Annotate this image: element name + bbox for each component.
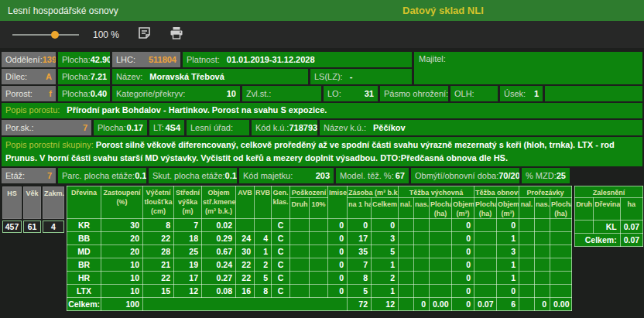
- table-row[interactable]: MD2028250.67301C035503: [67, 245, 572, 258]
- total-zasoba-celkem: 12: [372, 298, 399, 311]
- table-cell: [414, 232, 430, 245]
- col-header-ha: ha: [620, 198, 642, 221]
- form-row-popis-skupiny: Popis porostní skupiny: Porost silně věk…: [2, 137, 642, 166]
- table-cell: 20: [101, 245, 143, 258]
- table-cell: C: [272, 258, 290, 272]
- col-header-nas-pror: nas.: [535, 198, 550, 219]
- field-label: Obmýtí/obnovní doba:: [415, 171, 498, 180]
- field-zvlst: Zvl.st.:: [242, 86, 321, 101]
- field-lslz: LS(LZ): -: [310, 69, 412, 84]
- datastore-title: Datový sklad NLI: [402, 5, 484, 16]
- field-porsk: Por.sk.: 7: [2, 120, 91, 135]
- table-cell: 22: [143, 232, 174, 245]
- col-header-gen-klas: Gen.klas.: [272, 186, 290, 219]
- species-table-total: Celkem: 100 72 12 0 0.00 0 0.07 6 0 0.00: [67, 298, 572, 311]
- total-zastoupeni: 100: [101, 298, 143, 311]
- table-cell: 0: [348, 219, 372, 232]
- table-row[interactable]: KL0.07: [575, 221, 643, 234]
- form-row-porost: Porost: f Plocha: 0.40 Kategorie/překryv…: [2, 86, 642, 101]
- form-row-porsk: Por.sk.: 7 Plocha: 0.17 LT: 4S4 Lesní úř…: [2, 120, 642, 135]
- table-cell: 4: [43, 221, 64, 233]
- field-label: Skut. plocha etáže:: [152, 171, 225, 180]
- table-cell: 12: [174, 285, 202, 298]
- table-cell: 0: [328, 258, 348, 272]
- table-row[interactable]: HR1022170.27225C08201: [67, 272, 572, 285]
- table-cell: [535, 285, 550, 298]
- field-nazev: Název: Moravská Třebová: [112, 69, 308, 84]
- table-cell: C: [272, 272, 290, 285]
- table-cell: 0: [452, 245, 474, 258]
- print-button[interactable]: [170, 26, 183, 43]
- table-cell: 18: [174, 232, 202, 245]
- table-cell: 16: [236, 285, 255, 298]
- table-cell: 0.67: [202, 245, 236, 258]
- field-obmyti: Obmýtí/obnovní doba: 70/20: [411, 168, 519, 183]
- col-header-zakm: Zakm.: [43, 186, 64, 219]
- table-cell: 30: [101, 219, 143, 232]
- zoom-slider-track[interactable]: [12, 34, 79, 36]
- total-row[interactable]: Celkem: 100 72 12 0 0.00 0 0.07 6 0 0.00: [67, 298, 572, 311]
- table-cell: 0: [452, 272, 474, 285]
- table-cell: [310, 245, 328, 258]
- table-row[interactable]: 457614: [2, 221, 64, 233]
- field-label: Plocha:: [98, 123, 126, 132]
- table-cell: [290, 245, 310, 258]
- zoom-slider[interactable]: [12, 29, 79, 40]
- field-lo: LO: 31: [324, 86, 378, 101]
- field-lhc: LHC: 511804: [112, 52, 180, 67]
- form-row-dilec: Dílec: A Plocha: 7.21 Název: Moravská Tř…: [2, 69, 412, 84]
- table-cell: KL: [594, 221, 620, 234]
- total-nas-pror: 0: [535, 298, 550, 311]
- table-cell: 3: [497, 245, 519, 258]
- table-cell: [535, 232, 550, 245]
- field-value: 1: [534, 89, 539, 98]
- total-objem-vych: 0: [452, 298, 474, 311]
- col-header-avb: AVB: [236, 186, 255, 219]
- col-header-hs: HS: [2, 186, 22, 219]
- field-parc-plocha: Parc. plocha etáže: 0.17: [58, 168, 146, 183]
- table-cell: [310, 285, 328, 298]
- table-cell: [290, 219, 310, 232]
- table-cell: 1: [497, 258, 519, 272]
- table-cell: [474, 258, 497, 272]
- table-cell: 22: [143, 272, 174, 285]
- table-cell: [575, 221, 594, 234]
- field-label: LS(LZ):: [314, 72, 343, 81]
- table-cell: 5: [372, 245, 399, 258]
- field-kod-majetku: Kód majetku: 203: [239, 168, 334, 183]
- field-value: 25: [557, 171, 566, 180]
- table-cell: [474, 219, 497, 232]
- table-cell: [399, 232, 414, 245]
- table-cell: [399, 285, 414, 298]
- title-bar: Lesní hospodářské osnovy Datový sklad NL…: [0, 0, 644, 21]
- table-row[interactable]: LTX1015120.08168C05100: [67, 285, 572, 298]
- table-row[interactable]: KR30870.02C00000: [67, 219, 572, 232]
- table-row[interactable]: BB2022180.29244C017301: [67, 232, 572, 245]
- table-cell: 0: [328, 232, 348, 245]
- table-cell: [535, 245, 550, 258]
- zoom-slider-handle[interactable]: [51, 31, 59, 39]
- total-row[interactable]: Celkem: 0.07: [575, 234, 643, 247]
- total-plocha-pror: 0.00: [550, 298, 572, 311]
- notes-button[interactable]: [138, 26, 151, 43]
- table-cell: [255, 219, 272, 232]
- table-cell: 17: [348, 232, 372, 245]
- table-cell: 17: [174, 272, 202, 285]
- field-label: LT:: [153, 123, 164, 132]
- table-cell: [550, 285, 572, 298]
- zalesneni-table: Zalesnění Druh Dřevina ha KL0.07 Celkem:…: [574, 186, 643, 247]
- table-cell: 28: [143, 245, 174, 258]
- field-value: 01.01.2019-31.12.2028: [227, 55, 315, 64]
- field-label: Zvl.st.:: [246, 89, 271, 98]
- field-label: Parc. plocha etáže:: [62, 171, 135, 180]
- table-cell: [414, 219, 430, 232]
- field-platnost: Platnost: 01.01.2019-31.12.2028: [183, 52, 412, 67]
- field-popis-porostu: Popis porostu: Přírodní park Bohdalov - …: [2, 103, 642, 118]
- field-label: Kód majetku:: [243, 171, 293, 180]
- field-label: Plocha:: [62, 72, 91, 81]
- total-objem-obn: 6: [497, 298, 519, 311]
- field-label: OLH:: [454, 89, 474, 98]
- table-row[interactable]: BR1021190.24222C07101: [67, 258, 572, 272]
- table-cell: 22: [236, 258, 255, 272]
- table-cell: [310, 258, 328, 272]
